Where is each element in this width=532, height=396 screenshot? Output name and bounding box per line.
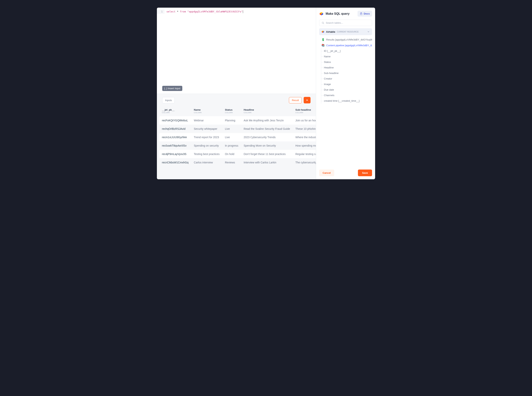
table-tree: 💲 Results [appdgqILvVMfe3dBY_tblGYluq9ls… xyxy=(319,37,372,104)
table-cell-pk: rec0uwkT8qxAeXlSv xyxy=(159,141,191,150)
table-row[interactable]: recm1vLIUU9GyrfAATrend report for 2023Li… xyxy=(159,133,316,141)
table-row[interactable]: recFoKQtYGQtMvbuLWebinarPlanningAsk Me A… xyxy=(159,116,316,125)
column-header-pk[interactable]: __jet_pk__ COLUMN xyxy=(159,106,191,116)
table-item-results[interactable]: 💲 Results [appdgqILvVMfe3dBY_tblGYluq9ls… xyxy=(319,37,372,42)
inputs-button[interactable]: Inputs xyxy=(162,97,175,103)
table-row[interactable]: rec0uwkT8qxAeXlSvSpending on securityIn … xyxy=(159,141,316,150)
column-header-subheadline-label: Sub-headline xyxy=(295,108,311,111)
results-toolbar: Inputs Result xyxy=(157,94,316,106)
column-subtype: COLUMN xyxy=(295,112,316,114)
field-item[interactable]: Creator xyxy=(324,76,372,82)
side-panel: Make SQL query Docs Airtable CURR xyxy=(316,8,375,179)
inputs-label: Inputs xyxy=(165,99,172,102)
save-button[interactable]: Save xyxy=(358,169,372,176)
column-header-headline-label: Headline xyxy=(244,108,254,111)
table-cell-subheadline: Regular testing can p xyxy=(293,150,316,158)
column-header-pk-label: __jet_pk__ xyxy=(162,108,175,111)
column-header-status[interactable]: Status COLUMN xyxy=(222,106,241,116)
column-header-name[interactable]: Name COLUMN xyxy=(191,106,222,116)
table-cell-subheadline: Where the industry i xyxy=(293,133,316,141)
search-input[interactable] xyxy=(326,21,370,24)
app-window: 1 select * from "appdgqILvVMfe3dBY_tblaH… xyxy=(157,8,375,179)
table-cell-pk: recnCIkbsW1CmxhGq xyxy=(159,158,191,167)
table-cell-status: In progress xyxy=(222,141,241,150)
table-cell-pk: recm1vLIUU9GyrfAA xyxy=(159,133,191,141)
table-cell-pk: rec4jP9mLayVyxv3S xyxy=(159,150,191,158)
clipboard-icon xyxy=(360,12,363,15)
table-cell-status: Live xyxy=(222,133,241,141)
search-box[interactable] xyxy=(319,20,372,26)
table-cell-name: Security whitepaper xyxy=(191,125,222,133)
results-table-wrapper: __jet_pk__ COLUMN Name COLUMN Status COL… xyxy=(157,106,316,169)
main-panel: 1 select * from "appdgqILvVMfe3dBY_tblaH… xyxy=(157,8,316,179)
search-icon xyxy=(322,22,324,24)
resource-selector[interactable]: Airtable CURRENT RESOURCE xyxy=(319,28,372,35)
table-emoji-icon: 📚 xyxy=(321,44,325,47)
table-cell-headline: 2023 Cybersecurity Trends xyxy=(241,133,293,141)
run-button[interactable] xyxy=(304,97,311,103)
table-cell-headline: Don't forget these 11 best practices xyxy=(241,150,293,158)
code-editor[interactable]: 1 select * from "appdgqILvVMfe3dBY_tblaH… xyxy=(157,8,316,16)
table-row[interactable]: rec4jP9mLayVyxv3STesting best practicesO… xyxy=(159,150,316,158)
table-cell-headline: Ask Me Anything with Jess Tenzin xyxy=(241,116,293,125)
insert-input-label: {..} Insert Input xyxy=(164,87,180,90)
sql-from-keyword: from xyxy=(180,10,186,13)
brand-logo-icon xyxy=(319,12,324,16)
table-fields-list: ID [__jet_pk__]NameStatusHeadlineSub-hea… xyxy=(321,48,372,104)
field-item[interactable]: Channels xyxy=(324,93,372,98)
table-cell-name: Spending on security xyxy=(191,141,222,150)
table-item-content-pipeline[interactable]: 📚 Content pipeline [appdgqILvVMfe3dBY_tb… xyxy=(319,42,372,48)
code-line[interactable]: select * from "appdgqILvVMfe3dBY_tblaHWF… xyxy=(165,10,243,14)
table-cell-name: Testing best practices xyxy=(191,150,222,158)
column-header-status-label: Status xyxy=(225,108,232,111)
resource-tag: CURRENT RESOURCE xyxy=(337,31,365,33)
table-cell-status: Planning xyxy=(222,116,241,125)
table-cell-pk: rechqOrlBzRSJAvid xyxy=(159,125,191,133)
chevron-down-icon xyxy=(367,30,370,33)
table-row[interactable]: recnCIkbsW1CmxhGqCarlos interviewReviews… xyxy=(159,158,316,167)
table-row[interactable]: rechqOrlBzRSJAvidSecurity whitepaperLive… xyxy=(159,125,316,133)
result-label: Result xyxy=(292,99,299,102)
line-number: 1 xyxy=(157,10,165,14)
field-item[interactable]: Status xyxy=(324,59,372,65)
sql-editor-area[interactable]: 1 select * from "appdgqILvVMfe3dBY_tblaH… xyxy=(157,8,316,94)
sql-table-string: "appdgqILvVMfe3dBY_tblaHWFQJEtXUICFs" xyxy=(187,10,243,13)
table-label: Results [appdgqILvVMfe3dBY_tblGYluq9lso5… xyxy=(326,38,372,41)
field-item[interactable]: Name xyxy=(324,54,372,59)
docs-button[interactable]: Docs xyxy=(358,11,372,17)
table-cell-status: On hold xyxy=(222,150,241,158)
table-cell-headline: Interview with Carlos Larkin xyxy=(241,158,293,167)
insert-input-button[interactable]: {..} Insert Input xyxy=(162,86,182,91)
field-item[interactable]: Image xyxy=(324,82,372,87)
svg-line-3 xyxy=(323,23,324,24)
side-header: Make SQL query Docs xyxy=(319,11,372,17)
column-subtype: COLUMN xyxy=(225,112,238,114)
table-cell-headline: Spending More on Security xyxy=(241,141,293,150)
column-header-name-label: Name xyxy=(194,108,200,111)
table-label: Content pipeline [appdgqILvVMfe3dBY_tbla… xyxy=(326,44,372,47)
sql-select-keyword: select xyxy=(167,10,175,13)
results-area: Inputs Result __jet_pk__ xyxy=(157,94,316,179)
result-button[interactable]: Result xyxy=(289,97,302,103)
field-item[interactable]: ID [__jet_pk__] xyxy=(324,48,372,54)
field-item[interactable]: created time [__created_time__] xyxy=(324,98,372,104)
field-item[interactable]: Due date xyxy=(324,87,372,93)
field-item[interactable]: Sub-headline xyxy=(324,70,372,76)
column-subtype: COLUMN xyxy=(244,112,290,114)
table-cell-subheadline: How spending more xyxy=(293,141,316,150)
column-header-headline[interactable]: Headline COLUMN xyxy=(241,106,293,116)
column-subtype: COLUMN xyxy=(162,112,188,114)
field-item[interactable]: Headline xyxy=(324,65,372,70)
save-label: Save xyxy=(362,171,368,174)
side-title: Make SQL query xyxy=(326,12,356,16)
table-cell-name: Carlos interview xyxy=(191,158,222,167)
column-header-subheadline[interactable]: Sub-headline COLUMN xyxy=(293,106,316,116)
cancel-button[interactable]: Cancel xyxy=(319,169,334,176)
table-cell-headline: Read the Svalinn Security Fraud Guide xyxy=(241,125,293,133)
table-cell-name: Webinar xyxy=(191,116,222,125)
airtable-logo-icon xyxy=(321,30,324,33)
table-cell-subheadline: The cybersecurity ex xyxy=(293,158,316,167)
table-cell-pk: recFoKQtYGQtMvbuL xyxy=(159,116,191,125)
table-cell-subheadline: Join us for an hour-l xyxy=(293,116,316,125)
table-cell-name: Trend report for 2023 xyxy=(191,133,222,141)
